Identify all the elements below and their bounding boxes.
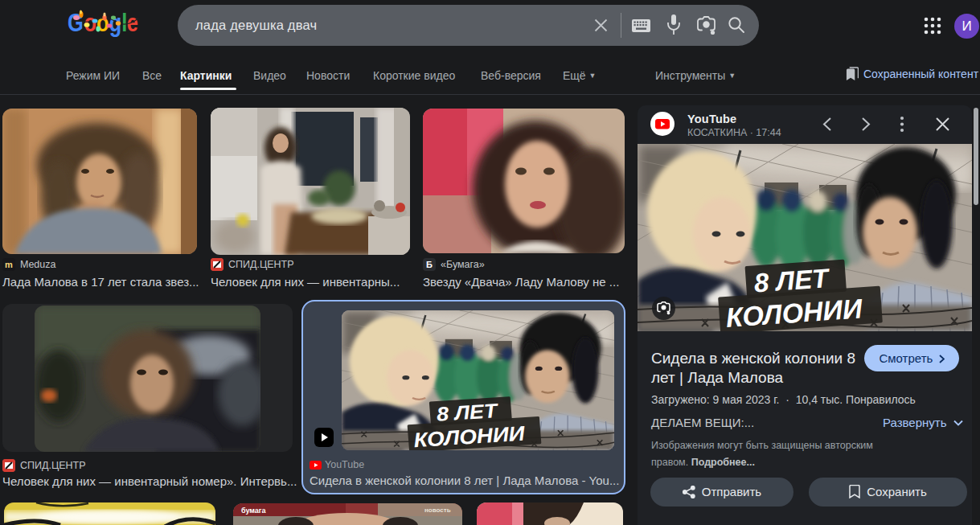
svg-text:o: o — [96, 9, 109, 37]
svg-text:новость: новость — [424, 507, 451, 514]
svg-text:бумага: бумага — [241, 507, 267, 515]
